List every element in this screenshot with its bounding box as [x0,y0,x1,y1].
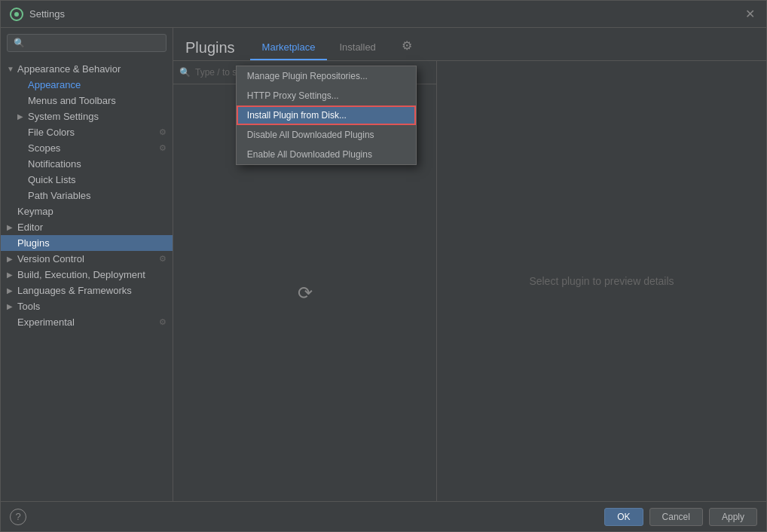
cog-icon: ⚙ [159,254,167,264]
svg-point-1 [14,12,19,17]
app-icon [10,8,23,21]
sidebar: 🔍 ▼ Appearance & Behavior Appearance Men [1,28,173,501]
sidebar-tree: ▼ Appearance & Behavior Appearance Menus… [1,58,173,501]
arrow-icon: ▶ [7,223,17,231]
tabs-and-gear: Marketplace Installed ⚙ Manage Plugin Re… [250,35,754,60]
arrow-icon: ▶ [17,112,28,121]
dropdown-item-manage-repos[interactable]: Manage Plugin Repositories... [237,66,416,86]
apply-button[interactable]: Apply [709,508,757,526]
sidebar-search[interactable]: 🔍 [7,34,167,52]
title-bar-text: Settings [29,8,742,20]
dropdown-item-enable-all[interactable]: Enable All Downloaded Plugins [237,145,416,164]
sidebar-item-scopes[interactable]: Scopes ⚙ [1,140,173,156]
search-icon: 🔍 [14,38,25,48]
footer-right: OK Cancel Apply [604,508,757,526]
dropdown-item-http-proxy[interactable]: HTTP Proxy Settings... [237,86,416,105]
sidebar-item-path-variables[interactable]: Path Variables [1,188,173,203]
tab-installed[interactable]: Installed [327,35,387,60]
sidebar-item-build-execution[interactable]: ▶ Build, Execution, Deployment [1,267,173,283]
sidebar-item-system-settings[interactable]: ▶ System Settings [1,109,173,124]
plugins-header: Plugins Marketplace Installed ⚙ Manage P… [173,28,766,61]
arrow-icon: ▶ [7,255,17,263]
ok-button[interactable]: OK [604,508,643,526]
sidebar-item-plugins[interactable]: Plugins [1,235,173,251]
sidebar-item-notifications[interactable]: Notifications [1,156,173,172]
title-bar: Settings ✕ [1,1,766,28]
tab-marketplace[interactable]: Marketplace [250,35,328,60]
sidebar-item-appearance-behavior[interactable]: ▼ Appearance & Behavior [1,61,173,77]
sidebar-item-file-colors[interactable]: File Colors ⚙ [1,124,173,140]
arrow-icon: ▶ [7,302,17,310]
sidebar-item-menus-toolbars[interactable]: Menus and Toolbars [1,93,173,109]
sidebar-item-version-control[interactable]: ▶ Version Control ⚙ [1,251,173,267]
arrow-icon: ▼ [7,65,17,73]
tabs: Marketplace Installed [250,35,388,60]
dropdown-item-disable-all[interactable]: Disable All Downloaded Plugins [237,125,416,145]
sidebar-item-languages-frameworks[interactable]: ▶ Languages & Frameworks [1,283,173,298]
sidebar-item-quick-lists[interactable]: Quick Lists [1,172,173,188]
right-panel: Plugins Marketplace Installed ⚙ Manage P… [173,28,766,501]
sidebar-item-tools[interactable]: ▶ Tools [1,298,173,314]
sidebar-item-editor[interactable]: ▶ Editor [1,219,173,235]
sidebar-item-experimental[interactable]: Experimental ⚙ [1,314,173,330]
cog-icon: ⚙ [159,127,167,137]
help-button[interactable]: ? [10,509,26,525]
gear-button[interactable]: ⚙ [397,35,417,56]
footer-left: ? [10,509,26,525]
dropdown-item-install-from-disk[interactable]: Install Plugin from Disk... [237,105,416,125]
arrow-icon: ▶ [7,286,17,295]
sidebar-item-appearance[interactable]: Appearance [1,77,173,93]
sidebar-search-input[interactable] [29,38,160,48]
search-icon: 🔍 [179,67,191,78]
main-content: 🔍 ▼ Appearance & Behavior Appearance Men [1,28,766,501]
preview-placeholder-text: Select plugin to preview details [529,275,674,287]
settings-window: Settings ✕ 🔍 ▼ Appearance & Behavior App… [0,0,767,532]
cog-icon: ⚙ [159,317,167,327]
sidebar-item-keymap[interactable]: Keymap [1,203,173,219]
cog-icon: ⚙ [159,143,167,153]
plugin-preview-area: Select plugin to preview details [437,61,766,501]
plugins-title: Plugins [185,39,235,57]
gear-dropdown-menu: Manage Plugin Repositories... HTTP Proxy… [236,66,417,165]
footer: ? OK Cancel Apply [1,501,766,531]
loading-spinner: ⟳ [298,283,313,304]
cancel-button[interactable]: Cancel [649,508,703,526]
close-button[interactable]: ✕ [742,7,757,22]
arrow-icon: ▶ [7,271,17,279]
